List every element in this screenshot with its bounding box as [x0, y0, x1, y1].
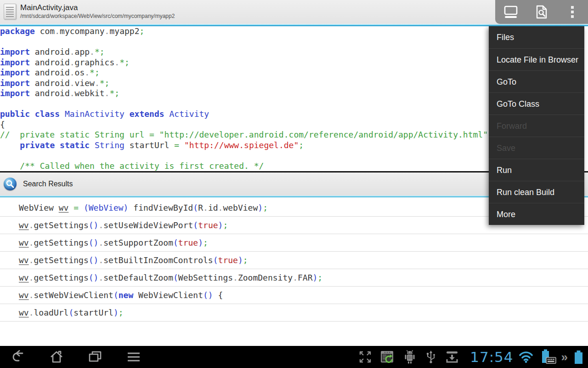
home-button[interactable]	[49, 349, 64, 365]
home-icon	[49, 350, 64, 364]
app-sync-icon	[380, 350, 395, 364]
file-path: /mnt/sdcard/workspace/WebView/src/com/my…	[20, 12, 175, 20]
recents-icon	[88, 350, 102, 364]
android-debug-icon	[403, 350, 417, 364]
action-button-group	[495, 0, 588, 24]
nav-buttons	[0, 349, 141, 365]
search-result-row[interactable]: wv.getSettings().setBuiltInZoomControls(…	[0, 252, 588, 269]
back-button[interactable]	[10, 349, 26, 365]
battery-icon	[572, 349, 585, 365]
menu-item-run[interactable]: Run	[489, 159, 584, 181]
overflow-icon	[570, 5, 575, 19]
menu-item-goto[interactable]: GoTo	[489, 70, 584, 92]
recents-button[interactable]	[87, 349, 103, 365]
chevrons-icon: »	[561, 348, 568, 366]
system-navbar: 17:54 »	[0, 346, 588, 368]
menu-item-more[interactable]: More	[489, 203, 584, 225]
menu-item-save: Save	[489, 137, 584, 159]
page-title: MainActivity.java	[20, 3, 175, 12]
system-tray-icons	[359, 350, 459, 364]
topbar: MainActivity.java /mnt/sdcard/workspace/…	[0, 0, 588, 24]
overflow-button[interactable]	[560, 1, 585, 23]
expand-icon	[359, 351, 372, 363]
status-area[interactable]: 17:54 »	[359, 346, 585, 368]
wifi-icon	[518, 350, 534, 364]
battery-keyboard-indicator	[538, 348, 557, 366]
options-menu: FilesLocate File in BrowserGoToGoTo Clas…	[489, 26, 584, 225]
keyboard-icon	[503, 5, 519, 19]
menu-bars-icon	[126, 350, 141, 364]
keyboard-badge-icon	[546, 357, 556, 363]
menu-item-goto-class[interactable]: GoTo Class	[489, 92, 584, 115]
search-result-row[interactable]: wv.getSettings().setDefaultZoom(WebSetti…	[0, 269, 588, 287]
search-sphere-icon	[4, 178, 17, 190]
menu-item-forward: Forward	[489, 115, 584, 137]
menu-bars-button[interactable]	[126, 349, 141, 365]
screen: MainActivity.java /mnt/sdcard/workspace/…	[0, 0, 588, 368]
topbar-title-button[interactable]: MainActivity.java /mnt/sdcard/workspace/…	[0, 0, 230, 24]
keyboard-button[interactable]	[498, 1, 523, 23]
clock: 17:54	[470, 346, 513, 368]
document-icon	[4, 4, 16, 19]
menu-item-run-clean-build[interactable]: Run clean Build	[489, 181, 584, 203]
search-result-row[interactable]: wv.loadUrl(startUrl);	[0, 304, 588, 322]
search-results-title: Search Results	[23, 180, 73, 188]
file-search-button[interactable]	[529, 1, 554, 23]
search-result-row[interactable]: wv.setWebViewClient(new WebViewClient() …	[0, 287, 588, 304]
menu-item-files[interactable]: Files	[489, 26, 584, 48]
tray-download-icon	[445, 350, 459, 364]
search-result-row[interactable]: wv.getSettings().setSupportZoom(true);	[0, 234, 588, 252]
usb-icon	[425, 350, 437, 364]
menu-item-locate-file-in-browser[interactable]: Locate File in Browser	[489, 48, 584, 70]
back-icon	[11, 350, 25, 364]
file-search-icon	[534, 5, 549, 19]
